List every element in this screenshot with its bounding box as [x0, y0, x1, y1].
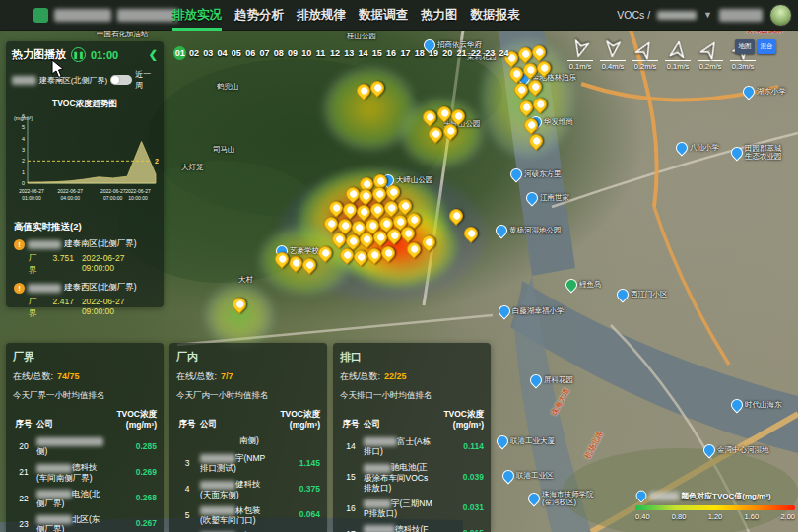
- nav-tab[interactable]: 数据报表: [471, 7, 520, 24]
- table-row[interactable]: 17德科技(FHVP1007)0.015: [340, 524, 484, 532]
- map-label: 大村: [238, 276, 253, 284]
- poi-marker-icon[interactable]: [524, 190, 541, 207]
- poi-marker-icon[interactable]: [508, 166, 525, 183]
- poi-marker-icon[interactable]: [741, 84, 758, 100]
- push-time: 2022-06-27 09:00:00: [82, 297, 158, 320]
- hour-02[interactable]: 02: [187, 46, 200, 60]
- hour-19[interactable]: 19: [427, 46, 439, 60]
- hour-24[interactable]: 24: [498, 46, 510, 60]
- poi-marker-icon[interactable]: [674, 140, 691, 157]
- hour-11[interactable]: 11: [314, 46, 327, 60]
- dashboard: 中国石化加油站桂山公园茉莉花园鹤兜山司马山大灯笼头峰山公园大村招商依云华府金地格…: [0, 0, 798, 532]
- hour-13[interactable]: 13: [343, 46, 356, 60]
- hour-05[interactable]: 05: [230, 46, 242, 60]
- nav-tab[interactable]: 热力图: [421, 7, 458, 24]
- hour-01[interactable]: 01: [173, 46, 186, 60]
- collapse-panel-icon[interactable]: ❮: [149, 48, 158, 61]
- company-cell: 富士(A栋排口): [362, 436, 434, 456]
- map-label-text: 江南世家: [540, 194, 569, 202]
- poi-marker-icon[interactable]: [701, 442, 718, 459]
- table-row[interactable]: 20侧)0.285: [13, 436, 157, 456]
- nav-tab[interactable]: 趋势分析: [234, 7, 284, 24]
- push-item[interactable]: !建泰南区(北侧厂界)厂界3.7512022-06-27 09:00:00: [14, 238, 158, 277]
- username-redacted: [719, 9, 763, 22]
- map-label-text: 鹤兜山: [217, 83, 239, 91]
- wind-indicator: 0.4m/s: [600, 39, 626, 71]
- poi-marker-icon[interactable]: [495, 433, 511, 450]
- table-row[interactable]: 14富士(A栋排口)0.114: [340, 436, 484, 456]
- company-cell: 电池(北侧厂界): [34, 489, 107, 508]
- week-toggle[interactable]: [110, 75, 132, 85]
- maptype-hybrid-button[interactable]: 混合: [757, 39, 776, 54]
- poi-marker-icon[interactable]: [494, 223, 510, 239]
- nav-tab[interactable]: 数据调查: [359, 7, 408, 24]
- map-label-text: 时代山海东: [745, 401, 782, 409]
- hour-09[interactable]: 09: [286, 46, 299, 60]
- poi-marker-icon[interactable]: [500, 468, 517, 485]
- table-row[interactable]: 22电池(北侧厂界)0.268: [13, 489, 157, 508]
- app-title-redacted: [54, 9, 111, 22]
- table-row[interactable]: 23北区(东侧厂界)0.267: [13, 514, 157, 532]
- table-row[interactable]: 16宇(三期NMP排放口)0.031: [340, 499, 484, 518]
- table-row[interactable]: 5林包装(吹塑车间门口)0.064: [176, 505, 320, 525]
- hour-14[interactable]: 14: [357, 46, 369, 60]
- company-redacted: [200, 506, 235, 515]
- online-count: 在线/总数:74/75: [13, 370, 157, 383]
- push-item[interactable]: !建泰西区(北侧厂界)厂界2.4172022-06-27 09:00:00: [14, 282, 158, 320]
- hour-strip: 0102030405060708091011121314151617181920…: [173, 46, 510, 60]
- hour-03[interactable]: 03: [202, 46, 215, 60]
- rank-cell: 15: [340, 472, 362, 482]
- hour-08[interactable]: 08: [272, 46, 285, 60]
- table-row[interactable]: 3宇(NMP排口测试)1.145: [176, 453, 320, 473]
- hour-12[interactable]: 12: [328, 46, 341, 60]
- value-cell: 0.031: [434, 502, 484, 513]
- map-label-text: 华发维尚: [544, 118, 573, 126]
- hour-04[interactable]: 04: [216, 46, 229, 60]
- hour-06[interactable]: 06: [243, 46, 256, 60]
- nav-tab[interactable]: 排放规律: [297, 7, 346, 24]
- hour-22[interactable]: 22: [469, 46, 482, 60]
- maptype-map-button[interactable]: 地图: [735, 39, 755, 54]
- hour-16[interactable]: 16: [384, 46, 397, 60]
- hour-21[interactable]: 21: [455, 46, 468, 60]
- vocs-dropdown-label: VOCs /: [617, 9, 650, 21]
- rank-cell: 5: [176, 510, 198, 520]
- hour-18[interactable]: 18: [413, 46, 426, 60]
- nav-tab[interactable]: 排放实况: [172, 7, 222, 24]
- company-cell: 德科技(FHVP1007): [362, 524, 434, 532]
- pause-button[interactable]: ❚❚: [71, 47, 86, 62]
- map-label: 鹤兜山: [217, 83, 239, 91]
- table-row[interactable]: 15驰电池(正极涂布车间VOCs排放口)0.039: [340, 462, 484, 492]
- poi-marker-icon[interactable]: [729, 145, 746, 162]
- company-cell: 健科技(天面东侧): [198, 479, 271, 499]
- hour-23[interactable]: 23: [484, 46, 497, 60]
- poi-marker-icon[interactable]: [497, 303, 513, 320]
- hour-15[interactable]: 15: [370, 46, 383, 60]
- vocs-dropdown-value-redacted[interactable]: [657, 11, 697, 20]
- hour-17[interactable]: 17: [399, 46, 412, 60]
- avatar[interactable]: [769, 4, 792, 27]
- poi-marker-icon[interactable]: [526, 491, 543, 507]
- poi-marker-icon[interactable]: [615, 287, 632, 303]
- push-panel-title: 高值实时推送(2): [14, 221, 158, 233]
- wind-indicator: 0.1m/s: [665, 39, 691, 71]
- table-header: 序号公司TVOC浓度(mg/m³): [13, 409, 157, 431]
- poi-marker-icon[interactable]: [528, 372, 545, 389]
- hour-10[interactable]: 10: [300, 46, 313, 60]
- map-label-text: 司马山: [213, 146, 235, 154]
- company-redacted: [364, 525, 395, 532]
- map-label-text: 田园郡萃城生态农业园: [745, 145, 782, 161]
- playback-time: 01:00: [91, 49, 118, 61]
- chevron-down-icon[interactable]: ▼: [703, 10, 712, 20]
- ranking-panel-1: 厂界在线/总数:74/75今天厂界一小时均值排名序号公司TVOC浓度(mg/m³…: [6, 343, 164, 532]
- company-redacted: [28, 240, 61, 249]
- hour-20[interactable]: 20: [441, 46, 454, 60]
- map-label-text: 大灯笼: [181, 164, 204, 171]
- hour-07[interactable]: 07: [258, 46, 271, 60]
- poi-marker-icon[interactable]: [729, 397, 746, 414]
- wind-indicator-bar: 0.1m/s0.4m/s0.2m/s0.1m/s0.2m/s0.3m/s: [567, 39, 756, 71]
- heatmap-playback-panel: 热力图播放 ❚❚ 01:00 ❮ 建泰南区(北侧厂界) 近一周 TVOC浓度趋势…: [6, 41, 164, 307]
- poi-marker-icon[interactable]: [564, 277, 580, 294]
- table-row[interactable]: 4健科技(天面东侧)0.375: [176, 479, 320, 499]
- table-row[interactable]: 21德科技(车间南侧厂界)0.269: [13, 462, 157, 482]
